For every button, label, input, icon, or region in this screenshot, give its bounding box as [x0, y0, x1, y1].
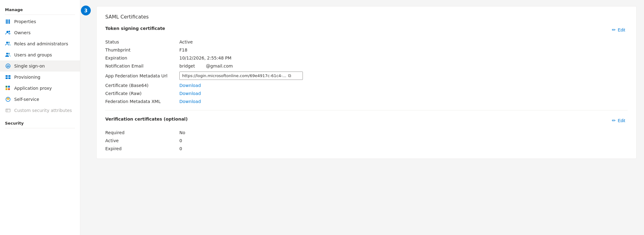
svg-rect-0: [6, 19, 7, 24]
notification-email-value: bridget @gmail.com: [179, 64, 628, 68]
verification-edit-button[interactable]: ✏ Edit: [609, 117, 628, 125]
users-groups-label: Users and groups: [14, 52, 52, 57]
svg-point-20: [7, 99, 9, 100]
svg-rect-1: [7, 19, 8, 24]
federation-xml-label: Federation Metadata XML: [105, 99, 179, 104]
expiration-label: Expiration: [105, 56, 179, 60]
expired-value: 0: [179, 146, 628, 151]
sidebar-item-sso[interactable]: Single sign-on: [0, 60, 80, 72]
federation-xml-download-link[interactable]: Download: [179, 99, 628, 104]
manage-divider: [5, 14, 75, 15]
svg-rect-14: [8, 77, 10, 79]
properties-icon: [5, 19, 11, 25]
verification-section-title: Verification certificates (optional): [105, 117, 188, 122]
self-service-label: Self-service: [14, 97, 39, 102]
required-label: Required: [105, 130, 179, 135]
roles-label: Roles and administrators: [14, 41, 68, 46]
token-section-header: Token signing certificate ✏ Edit: [105, 26, 628, 35]
verification-edit-label: Edit: [618, 118, 625, 123]
required-value: No: [179, 130, 628, 135]
status-label: Status: [105, 39, 179, 44]
users-groups-icon: [5, 52, 11, 58]
token-edit-button[interactable]: ✏ Edit: [609, 26, 628, 34]
sso-icon: [5, 63, 11, 69]
app-proxy-label: Application proxy: [14, 86, 52, 91]
token-edit-label: Edit: [618, 27, 625, 32]
svg-rect-12: [8, 75, 10, 77]
verification-section-header: Verification certificates (optional) ✏ E…: [105, 117, 628, 126]
svg-point-5: [6, 42, 8, 43]
svg-rect-2: [9, 19, 10, 24]
expired-label: Expired: [105, 146, 179, 151]
verification-edit-pencil-icon: ✏: [612, 118, 616, 123]
expiration-value: 10/12/2026, 2:55:48 PM: [179, 56, 628, 60]
thumbprint-label: Thumbprint: [105, 47, 179, 52]
svg-rect-18: [8, 88, 10, 90]
provisioning-label: Provisioning: [14, 75, 40, 80]
svg-point-8: [8, 53, 10, 55]
security-section-title: Security: [0, 118, 80, 127]
cert-raw-label: Certificate (Raw): [105, 91, 179, 96]
active-label: Active: [105, 138, 179, 143]
svg-rect-11: [6, 75, 8, 77]
svg-rect-21: [6, 109, 10, 112]
active-value: 0: [179, 138, 628, 143]
owners-icon: [5, 30, 11, 36]
svg-rect-15: [6, 86, 7, 88]
custom-security-icon: [5, 107, 11, 113]
sidebar-item-owners[interactable]: Owners: [0, 27, 80, 38]
svg-rect-13: [6, 77, 8, 79]
metadata-url-label: App Federation Metadata Url: [105, 73, 179, 78]
notification-email-label: Notification Email: [105, 64, 179, 68]
copy-url-icon[interactable]: ⧉: [288, 73, 291, 78]
verification-fields-grid: Required No Active 0 Expired 0: [105, 130, 628, 151]
security-divider: [5, 128, 75, 128]
svg-point-7: [6, 53, 8, 55]
svg-rect-17: [6, 88, 7, 90]
main-content: 3 SAML Certificates Token signing certif…: [80, 0, 644, 235]
app-proxy-icon: [5, 85, 11, 91]
sidebar-item-users-groups[interactable]: Users and groups: [0, 49, 80, 60]
sidebar-item-roles[interactable]: Roles and administrators: [0, 38, 80, 49]
metadata-url-box: https://login.microsoftonline.com/69e491…: [179, 72, 303, 80]
thumbprint-value: F18: [179, 47, 628, 52]
svg-point-4: [9, 31, 10, 32]
svg-point-6: [8, 42, 10, 43]
cert-base64-label: Certificate (Base64): [105, 83, 179, 88]
token-fields-grid: Status Active Thumbprint F18 Expiration …: [105, 39, 628, 104]
sidebar: Manage Properties Owners: [0, 0, 80, 235]
cert-raw-download-link[interactable]: Download: [179, 91, 628, 96]
saml-certificates-card: SAML Certificates Token signing certific…: [96, 6, 637, 159]
properties-label: Properties: [14, 19, 36, 24]
svg-rect-16: [8, 86, 10, 88]
cert-base64-download-link[interactable]: Download: [179, 83, 628, 88]
token-edit-pencil-icon: ✏: [612, 27, 616, 33]
sidebar-item-self-service[interactable]: Self-service: [0, 94, 80, 105]
custom-security-label: Custom security attributes: [14, 108, 72, 113]
status-value: Active: [179, 39, 628, 44]
step-3-badge: 3: [81, 6, 91, 15]
sidebar-item-app-proxy[interactable]: Application proxy: [0, 83, 80, 94]
sidebar-item-custom-security[interactable]: Custom security attributes: [0, 105, 80, 116]
self-service-icon: [5, 96, 11, 102]
manage-section-title: Manage: [0, 5, 80, 13]
sidebar-item-properties[interactable]: Properties: [0, 16, 80, 27]
sso-label: Single sign-on: [14, 64, 45, 68]
card-title: SAML Certificates: [105, 14, 628, 20]
metadata-url-value: https://login.microsoftonline.com/69e491…: [182, 73, 286, 78]
roles-icon: [5, 41, 11, 47]
token-section-title: Token signing certificate: [105, 26, 165, 31]
sidebar-item-provisioning[interactable]: Provisioning: [0, 72, 80, 83]
svg-point-3: [6, 31, 8, 33]
owners-label: Owners: [14, 30, 31, 35]
section-divider: [105, 110, 628, 110]
provisioning-icon: [5, 74, 11, 80]
